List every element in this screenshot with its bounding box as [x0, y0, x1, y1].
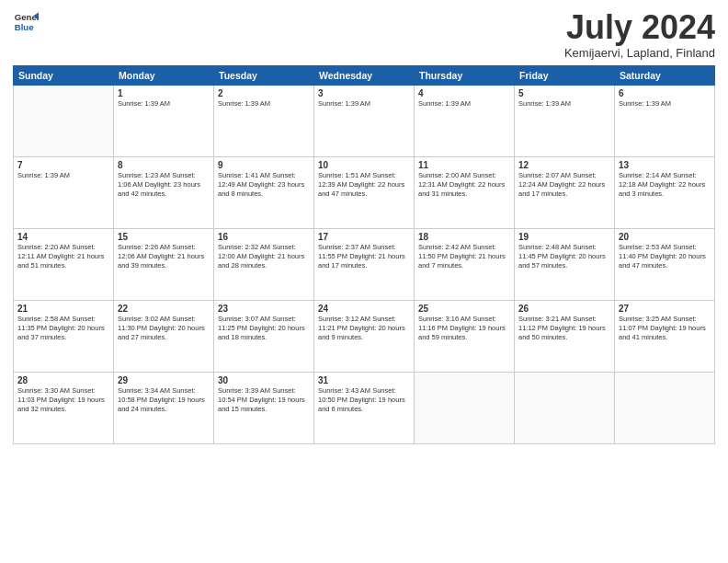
svg-text:Blue: Blue [15, 22, 34, 32]
day-info: Sunrise: 3:16 AM Sunset: 11:16 PM Daylig… [418, 315, 510, 342]
day-info: Sunrise: 3:21 AM Sunset: 11:12 PM Daylig… [518, 315, 610, 342]
table-row: 4Sunrise: 1:39 AM [415, 85, 515, 156]
day-number: 14 [17, 232, 109, 242]
table-row: 28Sunrise: 3:30 AM Sunset: 11:03 PM Dayl… [14, 372, 114, 443]
day-info: Sunrise: 3:07 AM Sunset: 11:25 PM Daylig… [218, 315, 310, 342]
table-row: 31Sunrise: 3:43 AM Sunset: 10:50 PM Dayl… [314, 372, 415, 443]
table-row: 3Sunrise: 1:39 AM [314, 85, 415, 156]
table-row: 17Sunrise: 2:37 AM Sunset: 11:55 PM Dayl… [314, 228, 415, 300]
table-row: 2Sunrise: 1:39 AM [214, 85, 314, 156]
day-info: Sunrise: 1:23 AM Sunset: 1:06 AM Dayligh… [118, 171, 210, 199]
day-info: Sunrise: 1:39 AM [118, 99, 210, 109]
day-info: Sunrise: 2:37 AM Sunset: 11:55 PM Daylig… [318, 243, 410, 270]
table-row: 25Sunrise: 3:16 AM Sunset: 11:16 PM Dayl… [415, 300, 515, 372]
header-sunday: Sunday [14, 65, 114, 85]
day-info: Sunrise: 2:53 AM Sunset: 11:40 PM Daylig… [619, 243, 711, 270]
table-row: 15Sunrise: 2:26 AM Sunset: 12:06 AM Dayl… [114, 228, 214, 300]
day-info: Sunrise: 2:48 AM Sunset: 11:45 PM Daylig… [518, 243, 610, 270]
day-number: 1 [118, 88, 210, 98]
day-number: 13 [619, 160, 711, 170]
table-row: 9Sunrise: 1:41 AM Sunset: 12:49 AM Dayli… [214, 156, 314, 228]
day-number: 12 [518, 160, 610, 170]
day-number: 7 [17, 160, 109, 170]
table-row: 7Sunrise: 1:39 AM [14, 156, 114, 228]
day-number: 15 [118, 232, 210, 242]
weekday-header-row: Sunday Monday Tuesday Wednesday Thursday… [14, 65, 715, 85]
day-info: Sunrise: 1:39 AM [418, 99, 510, 109]
table-row: 11Sunrise: 2:00 AM Sunset: 12:31 AM Dayl… [415, 156, 515, 228]
day-number: 4 [418, 88, 510, 98]
day-number: 17 [318, 232, 410, 242]
header-wednesday: Wednesday [314, 65, 415, 85]
table-row: 1Sunrise: 1:39 AM [114, 85, 214, 156]
title-block: July 2024 Kemijaervi, Lapland, Finland [564, 9, 715, 60]
day-number: 8 [118, 160, 210, 170]
table-row [415, 372, 515, 443]
calendar-page: General Blue July 2024 Kemijaervi, Lapla… [0, 0, 728, 563]
day-number: 25 [418, 304, 510, 314]
day-info: Sunrise: 3:39 AM Sunset: 10:54 PM Daylig… [218, 386, 310, 414]
location-subtitle: Kemijaervi, Lapland, Finland [564, 46, 715, 60]
day-number: 19 [518, 232, 610, 242]
table-row: 6Sunrise: 1:39 AM [615, 85, 715, 156]
day-number: 27 [619, 304, 711, 314]
day-info: Sunrise: 3:02 AM Sunset: 11:30 PM Daylig… [118, 315, 210, 342]
day-number: 26 [518, 304, 610, 314]
table-row: 21Sunrise: 2:58 AM Sunset: 11:35 PM Dayl… [14, 300, 114, 372]
calendar-week-row: 28Sunrise: 3:30 AM Sunset: 11:03 PM Dayl… [14, 372, 715, 443]
table-row: 13Sunrise: 2:14 AM Sunset: 12:18 AM Dayl… [615, 156, 715, 228]
day-number: 9 [218, 160, 310, 170]
day-number: 16 [218, 232, 310, 242]
header-saturday: Saturday [615, 65, 715, 85]
calendar-table: Sunday Monday Tuesday Wednesday Thursday… [13, 65, 715, 444]
table-row: 29Sunrise: 3:34 AM Sunset: 10:58 PM Dayl… [114, 372, 214, 443]
day-info: Sunrise: 3:12 AM Sunset: 11:21 PM Daylig… [318, 315, 410, 342]
table-row: 8Sunrise: 1:23 AM Sunset: 1:06 AM Daylig… [114, 156, 214, 228]
day-info: Sunrise: 2:26 AM Sunset: 12:06 AM Daylig… [118, 243, 210, 270]
day-info: Sunrise: 2:58 AM Sunset: 11:35 PM Daylig… [17, 315, 109, 342]
day-info: Sunrise: 2:07 AM Sunset: 12:24 AM Daylig… [518, 171, 610, 199]
calendar-week-row: 7Sunrise: 1:39 AM8Sunrise: 1:23 AM Sunse… [14, 156, 715, 228]
header-tuesday: Tuesday [214, 65, 314, 85]
day-number: 24 [318, 304, 410, 314]
table-row: 24Sunrise: 3:12 AM Sunset: 11:21 PM Dayl… [314, 300, 415, 372]
header: General Blue July 2024 Kemijaervi, Lapla… [13, 9, 715, 60]
month-title: July 2024 [564, 9, 715, 46]
day-info: Sunrise: 1:51 AM Sunset: 12:39 AM Daylig… [318, 171, 410, 199]
day-number: 22 [118, 304, 210, 314]
day-number: 28 [17, 375, 109, 385]
table-row: 23Sunrise: 3:07 AM Sunset: 11:25 PM Dayl… [214, 300, 314, 372]
day-number: 20 [619, 232, 711, 242]
calendar-week-row: 1Sunrise: 1:39 AM2Sunrise: 1:39 AM3Sunri… [14, 85, 715, 156]
day-number: 31 [318, 375, 410, 385]
day-info: Sunrise: 3:25 AM Sunset: 11:07 PM Daylig… [619, 315, 711, 342]
day-number: 11 [418, 160, 510, 170]
day-info: Sunrise: 1:39 AM [218, 99, 310, 109]
table-row: 5Sunrise: 1:39 AM [515, 85, 615, 156]
table-row: 20Sunrise: 2:53 AM Sunset: 11:40 PM Dayl… [615, 228, 715, 300]
calendar-week-row: 14Sunrise: 2:20 AM Sunset: 12:11 AM Dayl… [14, 228, 715, 300]
day-number: 29 [118, 375, 210, 385]
day-info: Sunrise: 2:32 AM Sunset: 12:00 AM Daylig… [218, 243, 310, 270]
logo: General Blue [13, 9, 39, 35]
day-number: 2 [218, 88, 310, 98]
table-row: 27Sunrise: 3:25 AM Sunset: 11:07 PM Dayl… [615, 300, 715, 372]
table-row: 10Sunrise: 1:51 AM Sunset: 12:39 AM Dayl… [314, 156, 415, 228]
svg-text:General: General [15, 12, 39, 22]
table-row: 12Sunrise: 2:07 AM Sunset: 12:24 AM Dayl… [515, 156, 615, 228]
day-number: 30 [218, 375, 310, 385]
day-number: 21 [17, 304, 109, 314]
table-row [14, 85, 114, 156]
day-number: 10 [318, 160, 410, 170]
day-info: Sunrise: 2:14 AM Sunset: 12:18 AM Daylig… [619, 171, 711, 199]
day-info: Sunrise: 1:39 AM [318, 99, 410, 109]
table-row: 30Sunrise: 3:39 AM Sunset: 10:54 PM Dayl… [214, 372, 314, 443]
day-info: Sunrise: 1:39 AM [619, 99, 711, 109]
day-info: Sunrise: 3:43 AM Sunset: 10:50 PM Daylig… [318, 386, 410, 414]
table-row: 16Sunrise: 2:32 AM Sunset: 12:00 AM Dayl… [214, 228, 314, 300]
table-row: 14Sunrise: 2:20 AM Sunset: 12:11 AM Dayl… [14, 228, 114, 300]
day-info: Sunrise: 1:39 AM [17, 171, 109, 180]
day-info: Sunrise: 2:42 AM Sunset: 11:50 PM Daylig… [418, 243, 510, 270]
day-info: Sunrise: 3:30 AM Sunset: 11:03 PM Daylig… [17, 386, 109, 414]
table-row: 26Sunrise: 3:21 AM Sunset: 11:12 PM Dayl… [515, 300, 615, 372]
